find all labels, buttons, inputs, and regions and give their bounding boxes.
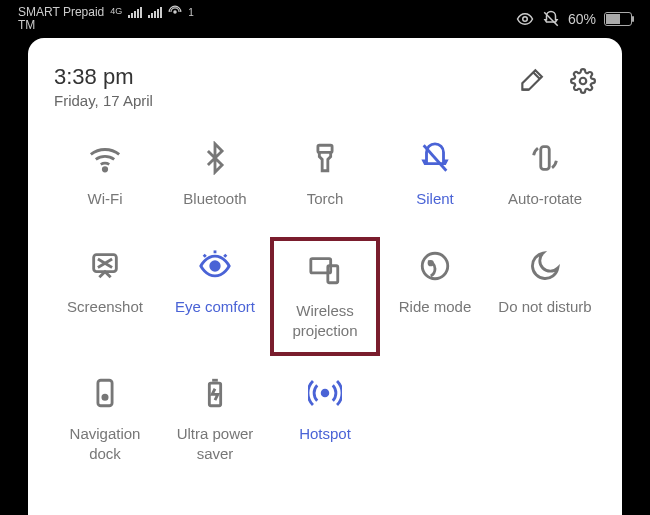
svg-point-20 [103, 395, 107, 399]
quick-settings-panel: 3:38 pm Friday, 17 April Wi-Fi Bluetooth… [28, 38, 622, 515]
tile-autorotate[interactable]: Auto-rotate [490, 129, 600, 229]
tile-label: Silent [416, 189, 454, 209]
tile-wireless-projection[interactable]: Wireless projection [270, 237, 380, 356]
svg-point-18 [429, 261, 432, 264]
hotspot-icon [308, 376, 342, 410]
status-left: SMART Prepaid 4G 1 TM [18, 5, 194, 32]
clock-time: 3:38 pm [54, 64, 153, 90]
tile-label: Screenshot [67, 297, 143, 317]
battery-icon [604, 12, 632, 26]
navdock-icon [88, 376, 122, 410]
tile-ridemode[interactable]: Ride mode [380, 237, 490, 356]
silent-status-icon [542, 10, 560, 28]
wireless-projection-icon [308, 253, 342, 287]
tiles-grid: Wi-Fi Bluetooth Torch Silent Auto-rotate [50, 129, 600, 475]
tile-label: Ultra power saver [162, 424, 268, 463]
svg-line-14 [224, 255, 226, 257]
tile-torch[interactable]: Torch [270, 129, 380, 229]
tile-label: Wi-Fi [88, 189, 123, 209]
wifi-icon [88, 141, 122, 175]
battery-saver-icon [198, 376, 232, 410]
moon-icon [528, 249, 562, 283]
svg-point-11 [211, 262, 220, 271]
tile-label: Ride mode [399, 297, 472, 317]
bluetooth-icon [198, 141, 232, 175]
tile-hotspot[interactable]: Hotspot [270, 364, 380, 475]
tile-label: Auto-rotate [508, 189, 582, 209]
eye-icon [198, 249, 232, 283]
tile-label: Hotspot [299, 424, 351, 444]
status-bar: SMART Prepaid 4G 1 TM 60% [0, 0, 650, 38]
tile-bluetooth[interactable]: Bluetooth [160, 129, 270, 229]
signal-1-icon [128, 6, 142, 18]
carrier-1: SMART Prepaid [18, 6, 104, 19]
silent-icon [418, 141, 452, 175]
tile-label: Navigation dock [52, 424, 158, 463]
svg-rect-7 [541, 147, 550, 170]
tile-eyecomfort[interactable]: Eye comfort [160, 237, 270, 356]
signal-2-icon [148, 6, 162, 18]
gear-icon[interactable] [570, 68, 596, 94]
carrier-2: TM [18, 19, 194, 32]
tile-silent[interactable]: Silent [380, 129, 490, 229]
header-actions [518, 64, 596, 94]
time-block[interactable]: 3:38 pm Friday, 17 April [54, 64, 153, 109]
hotspot-status-icon [168, 5, 182, 19]
edit-icon[interactable] [518, 68, 544, 94]
tile-wifi[interactable]: Wi-Fi [50, 129, 160, 229]
svg-rect-5 [318, 145, 332, 152]
torch-icon [308, 141, 342, 175]
tile-label: Torch [307, 189, 344, 209]
svg-point-3 [580, 78, 587, 85]
tile-ultrapower[interactable]: Ultra power saver [160, 364, 270, 475]
panel-header: 3:38 pm Friday, 17 April [50, 64, 600, 109]
tile-dnd[interactable]: Do not disturb [490, 237, 600, 356]
battery-percent: 60% [568, 11, 596, 27]
svg-line-13 [204, 255, 206, 257]
tile-label: Do not disturb [498, 297, 591, 317]
svg-rect-19 [98, 380, 112, 406]
screenshot-icon [88, 249, 122, 283]
net-badge: 4G [110, 7, 122, 17]
hotspot-clients: 1 [188, 7, 194, 18]
svg-point-4 [103, 168, 106, 171]
eye-status-icon [516, 10, 534, 28]
tile-navdock[interactable]: Navigation dock [50, 364, 160, 475]
svg-point-0 [174, 11, 176, 13]
tile-label: Bluetooth [183, 189, 246, 209]
clock-date: Friday, 17 April [54, 92, 153, 109]
status-right: 60% [516, 10, 632, 28]
svg-point-23 [322, 390, 328, 396]
tile-label: Eye comfort [175, 297, 255, 317]
svg-point-1 [523, 17, 528, 22]
ridemode-icon [418, 249, 452, 283]
autorotate-icon [528, 141, 562, 175]
tile-label: Wireless projection [276, 301, 374, 340]
tile-screenshot[interactable]: Screenshot [50, 237, 160, 356]
